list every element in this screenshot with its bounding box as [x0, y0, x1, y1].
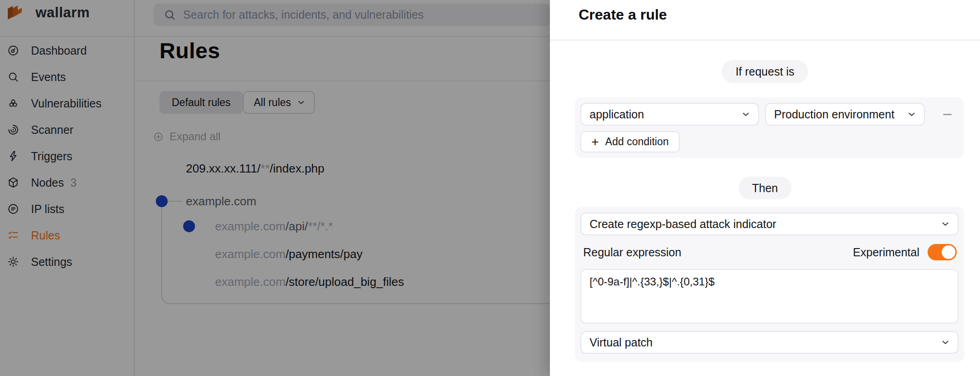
- regex-value: [^0-9a-f]|^.{33,}$|^.{0,31}$: [590, 275, 714, 288]
- chevron-down-icon: [741, 109, 751, 119]
- experimental-toggle[interactable]: [928, 244, 957, 260]
- condition-field-select[interactable]: application: [580, 103, 759, 126]
- virtual-patch-select[interactable]: Virtual patch: [580, 331, 959, 354]
- remove-condition-button[interactable]: [936, 103, 959, 126]
- add-condition-label: Add condition: [605, 136, 668, 148]
- virtual-patch-value: Virtual patch: [590, 336, 653, 349]
- if-request-pill: If request is: [722, 60, 808, 83]
- then-pill: Then: [739, 177, 792, 199]
- chevron-down-icon: [907, 109, 917, 119]
- toggle-knob: [942, 245, 955, 259]
- chevron-down-icon: [940, 337, 950, 347]
- condition-value-select[interactable]: Production environment: [765, 103, 925, 126]
- regex-label: Regular expression: [583, 246, 681, 259]
- app-root: wallarm DashboardEventsVulnerabilitiesSc…: [0, 0, 980, 376]
- action-type-value: Create regexp-based attack indicator: [590, 218, 776, 231]
- minus-icon: [943, 114, 952, 115]
- condition-section: application Production environment + Add…: [575, 97, 964, 158]
- drawer-divider: [550, 40, 980, 41]
- action-section: Create regexp-based attack indicator Reg…: [575, 207, 964, 362]
- add-condition-button[interactable]: + Add condition: [580, 131, 680, 152]
- plus-icon: +: [591, 136, 599, 148]
- create-rule-drawer: Create a rule If request is application …: [550, 0, 980, 376]
- condition-field-value: application: [590, 108, 644, 121]
- condition-value-value: Production environment: [774, 108, 894, 121]
- experimental-label: Experimental: [853, 246, 919, 259]
- chevron-down-icon: [940, 219, 950, 229]
- modal-overlay[interactable]: [0, 0, 550, 376]
- drawer-title: Create a rule: [579, 6, 667, 23]
- action-type-select[interactable]: Create regexp-based attack indicator: [580, 213, 959, 235]
- regex-input[interactable]: [^0-9a-f]|^.{33,}$|^.{0,31}$: [580, 269, 959, 324]
